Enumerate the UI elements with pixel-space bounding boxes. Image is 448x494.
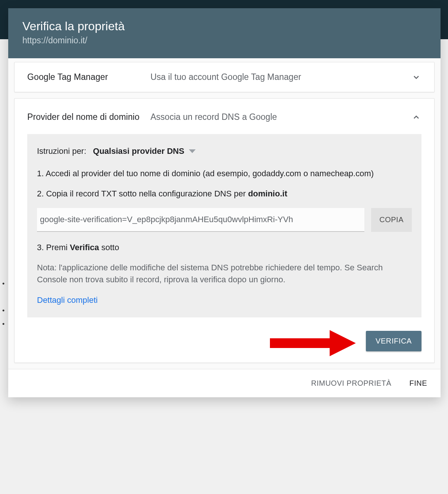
svg-rect-0 (270, 338, 330, 348)
done-button[interactable]: FINE (409, 379, 427, 388)
step-1: 1. Accedi al provider del tuo nome di do… (37, 168, 412, 180)
txt-record-field[interactable] (37, 208, 364, 232)
dialog-footer: RIMUOVI PROPRIETÀ FINE (8, 369, 441, 397)
full-details-link[interactable]: Dettagli completi (37, 294, 412, 306)
svg-marker-1 (330, 330, 356, 356)
dialog-body: Google Tag Manager Usa il tuo account Go… (8, 58, 441, 369)
instructions-for-label: Istruzioni per: (37, 145, 86, 157)
step-3: 3. Premi Verifica sotto (37, 242, 412, 254)
method-dns-desc: Associa un record DNS a Google (150, 112, 411, 122)
chevron-up-icon (411, 112, 421, 122)
method-dns: Provider del nome di dominio Associa un … (14, 98, 435, 363)
remove-property-button[interactable]: RIMUOVI PROPRIETÀ (311, 379, 391, 388)
method-dns-header[interactable]: Provider del nome di dominio Associa un … (15, 99, 434, 134)
method-gtm-header[interactable]: Google Tag Manager Usa il tuo account Go… (15, 62, 434, 92)
verify-button[interactable]: VERIFICA (366, 331, 421, 351)
step-2: 2. Copia il record TXT sotto nella confi… (37, 188, 412, 200)
method-dns-name: Provider del nome di dominio (27, 111, 150, 123)
method-gtm-desc: Usa il tuo account Google Tag Manager (150, 72, 411, 82)
dns-note: Nota: l'applicazione delle modifiche del… (37, 262, 412, 286)
chevron-down-icon (411, 72, 421, 83)
dns-provider-dropdown[interactable]: Qualsiasi provider DNS (93, 145, 196, 157)
dns-instructions: Istruzioni per: Qualsiasi provider DNS 1… (27, 134, 421, 317)
dropdown-triangle-icon (189, 149, 196, 153)
method-gtm-name: Google Tag Manager (27, 71, 150, 83)
method-gtm: Google Tag Manager Usa il tuo account Go… (14, 62, 435, 92)
dialog-header: Verifica la proprietà https://dominio.it… (8, 8, 441, 58)
dialog-title: Verifica la proprietà (22, 19, 426, 33)
red-arrow-annotation (270, 330, 360, 356)
verify-ownership-dialog: Verifica la proprietà https://dominio.it… (8, 8, 441, 397)
dns-provider-value: Qualsiasi provider DNS (93, 145, 184, 157)
copy-button[interactable]: COPIA (371, 208, 412, 232)
dialog-subtitle: https://dominio.it/ (22, 35, 426, 46)
